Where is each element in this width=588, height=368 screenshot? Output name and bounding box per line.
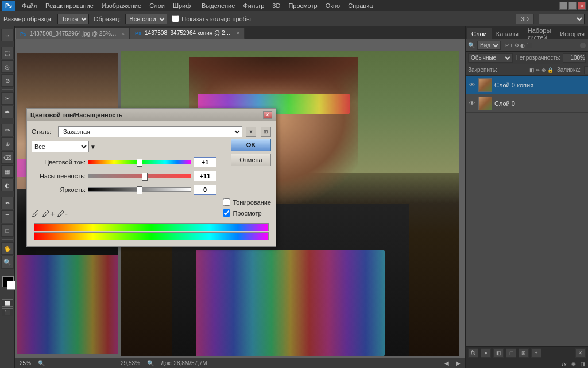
hue-track[interactable] <box>88 158 191 167</box>
menu-filter[interactable]: Фильтр <box>239 1 268 10</box>
quick-mask-mode[interactable]: ⬜ <box>2 299 13 307</box>
layer-style-button[interactable]: ◻ <box>506 348 516 358</box>
layer-visibility-icon-2[interactable]: 👁 <box>468 99 476 108</box>
eraser-tool[interactable]: ⌫ <box>1 151 14 164</box>
opacity-input[interactable] <box>563 53 586 63</box>
menu-window[interactable]: Окно <box>322 1 344 10</box>
zoom-tool[interactable]: 🔍 <box>1 256 14 269</box>
text-tool[interactable]: T <box>1 210 14 223</box>
add-mask-button[interactable]: ● <box>481 348 491 358</box>
hue-value[interactable]: +1 <box>194 157 216 167</box>
layer-visibility-icon-1[interactable]: 👁 <box>468 81 476 89</box>
filter-toggle[interactable] <box>580 43 586 48</box>
nav-arrow-right[interactable]: ▶ <box>456 360 461 366</box>
pen-tool[interactable]: ✒ <box>1 197 14 209</box>
tab2-close[interactable]: × <box>237 30 239 36</box>
3d-button[interactable]: 3D <box>516 14 534 24</box>
menu-layers[interactable]: Слои <box>146 1 168 10</box>
eyedropper-add-button[interactable]: 🖊+ <box>42 209 55 218</box>
fill-input[interactable] <box>584 66 588 74</box>
clone-tool[interactable]: ⊕ <box>1 137 14 150</box>
preset-button[interactable]: ▼ <box>246 126 256 137</box>
channel-select[interactable]: Все <box>32 141 89 152</box>
filter-icon-5[interactable]: ⬛ <box>526 43 532 48</box>
menu-help[interactable]: Справка <box>345 1 376 10</box>
crop-tool[interactable]: ✂ <box>1 92 14 105</box>
maximize-button[interactable]: □ <box>568 2 577 10</box>
bright-slider-track[interactable] <box>88 187 191 192</box>
doc-tab-2[interactable]: Ps 1437508_34752964 копия @ 29,5% (Слой … <box>130 28 245 39</box>
size-select[interactable]: Точка <box>57 14 89 24</box>
fx-icon[interactable]: fx <box>562 361 567 367</box>
hand-tool[interactable]: 🖐 <box>1 242 14 255</box>
mask-icon[interactable]: ◉ <box>571 361 576 367</box>
menu-edit[interactable]: Редактирование <box>42 1 97 10</box>
fx-button[interactable]: fx <box>468 348 478 358</box>
brush-tool[interactable]: ✏ <box>1 124 14 136</box>
adjustment-layer-button[interactable]: ◧ <box>493 348 504 358</box>
magic-wand-tool[interactable]: ⊘ <box>1 74 14 87</box>
layer-item[interactable]: 👁 Слой 0 <box>466 94 588 113</box>
adjustment-icon[interactable]: ◨ <box>581 361 586 367</box>
bright-slider-thumb[interactable] <box>137 186 142 194</box>
panel-tab-history[interactable]: История <box>555 28 588 39</box>
dialog-close-button[interactable]: ✕ <box>263 111 272 119</box>
blend-mode-select[interactable]: Обычные <box>468 53 513 63</box>
lasso-tool[interactable]: ◎ <box>1 60 14 73</box>
lock-all-icon[interactable]: 🔒 <box>547 67 554 73</box>
dodge-tool[interactable]: ◐ <box>1 179 14 191</box>
eyedropper-sub-button[interactable]: 🖊- <box>57 209 68 218</box>
filter-icon-3[interactable]: ⚙ <box>514 43 519 48</box>
layer-group-button[interactable]: ⊞ <box>519 348 529 358</box>
delete-layer-button[interactable]: ✕ <box>575 348 586 358</box>
nav-arrow-left[interactable]: ◀ <box>444 360 449 366</box>
sat-slider-thumb[interactable] <box>142 172 148 181</box>
gradient-tool[interactable]: ▦ <box>1 165 14 178</box>
layer-item[interactable]: 👁 Слой 0 копия <box>466 76 588 94</box>
workspace-select[interactable] <box>539 14 585 24</box>
menu-3d[interactable]: 3D <box>269 1 284 10</box>
lock-move-icon[interactable]: ⊕ <box>541 67 546 73</box>
menu-font[interactable]: Шрифт <box>169 1 197 10</box>
bright-track[interactable] <box>88 185 191 194</box>
toning-checkbox[interactable] <box>223 198 230 206</box>
close-button[interactable]: × <box>578 2 586 10</box>
shape-tool[interactable]: □ <box>1 224 14 237</box>
move-tool[interactable]: ↔ <box>1 29 14 41</box>
sat-value[interactable]: +11 <box>194 171 216 181</box>
layers-filter-select[interactable]: Вид <box>477 41 501 50</box>
panel-tab-brushes[interactable]: Наборы кистей <box>523 28 556 39</box>
lock-image-icon[interactable]: ✏ <box>536 67 540 73</box>
menu-select[interactable]: Выделение <box>198 1 238 10</box>
hue-slider-thumb[interactable] <box>137 159 142 167</box>
menu-image[interactable]: Изображение <box>98 1 145 10</box>
menu-view[interactable]: Просмотр <box>285 1 320 10</box>
minimize-button[interactable]: ─ <box>559 2 567 10</box>
ok-button[interactable]: OK <box>231 139 271 151</box>
filter-icon-1[interactable]: P <box>505 43 509 48</box>
preview-checkbox[interactable] <box>223 209 230 217</box>
show-ring-checkbox[interactable] <box>172 15 179 22</box>
panel-tab-layers[interactable]: Слои <box>467 28 492 39</box>
sat-track[interactable] <box>88 171 191 181</box>
screen-mode[interactable]: ⬛ <box>2 308 13 316</box>
cancel-button[interactable]: Отмена <box>231 154 271 166</box>
filter-icon-2[interactable]: T <box>510 43 513 48</box>
eyedropper-tool[interactable]: ✒ <box>1 106 14 118</box>
filter-icon-4[interactable]: ◐ <box>520 43 525 48</box>
foreground-color[interactable] <box>2 276 14 288</box>
hue-slider-track[interactable] <box>88 160 191 164</box>
marquee-tool[interactable]: ⬚ <box>1 47 14 59</box>
sample-select[interactable]: Все слои <box>125 14 167 24</box>
tab1-close[interactable]: × <box>122 31 125 37</box>
style-select[interactable]: Заказная <box>58 126 242 137</box>
menu-file[interactable]: Файл <box>18 1 41 10</box>
save-preset-button[interactable]: ⊞ <box>261 126 271 137</box>
doc-tab-1[interactable]: Ps 1437508_34752964.jpg @ 25% (Слой 0 ко… <box>15 28 130 39</box>
lock-transparent-icon[interactable]: ◧ <box>529 67 535 73</box>
eyedropper-button[interactable]: 🖊 <box>32 209 40 218</box>
panel-tab-channels[interactable]: Каналы <box>492 28 523 39</box>
bright-value[interactable]: 0 <box>194 185 216 195</box>
sat-slider-track[interactable] <box>88 174 191 178</box>
new-layer-button[interactable]: + <box>531 348 541 358</box>
